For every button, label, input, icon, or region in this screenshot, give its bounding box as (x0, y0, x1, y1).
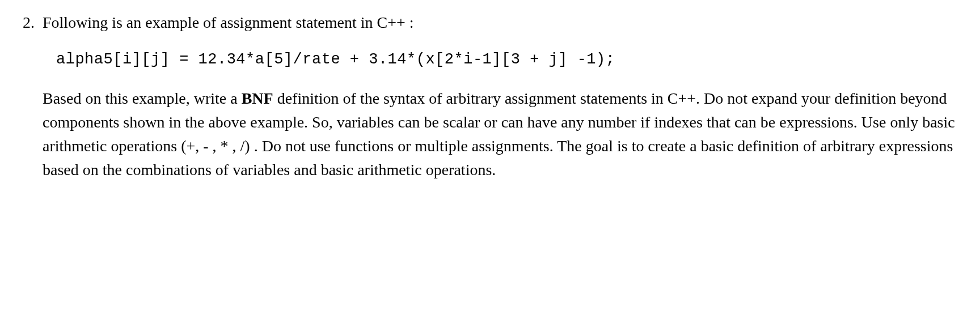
question-container: 2. Following is an example of assignment… (23, 11, 957, 182)
description-part1: Based on this example, write a (43, 90, 242, 107)
code-example: alpha5[i][j] = 12.34*a[5]/rate + 3.14*(x… (56, 49, 957, 71)
question-description: Based on this example, write a BNF defin… (43, 87, 957, 182)
question-intro: Following is an example of assignment st… (43, 11, 957, 33)
description-bold: BNF (242, 90, 273, 107)
question-content: Following is an example of assignment st… (43, 11, 957, 182)
question-number: 2. (23, 11, 35, 33)
